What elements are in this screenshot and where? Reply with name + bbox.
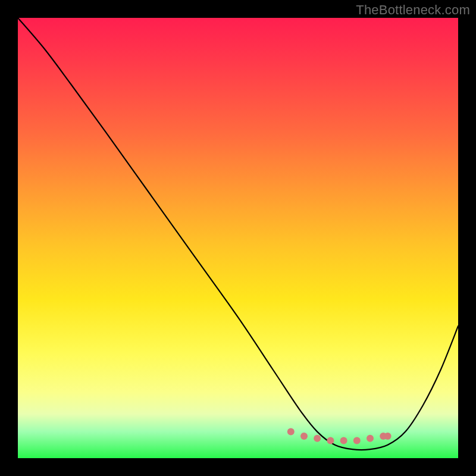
marker-dot [314,435,321,442]
chart-frame: TheBottleneck.com [0,0,476,476]
marker-dot [327,437,334,444]
marker-dot [384,433,392,440]
marker-dot [353,437,361,444]
plot-area [18,18,458,458]
marker-dot [367,435,374,442]
curve-layer [18,18,458,458]
watermark-text: TheBottleneck.com [356,2,470,18]
bottleneck-curve [18,18,458,450]
marker-dot [287,428,295,436]
marker-dot [300,433,308,440]
marker-dot [340,437,347,444]
marker-group [287,428,392,444]
